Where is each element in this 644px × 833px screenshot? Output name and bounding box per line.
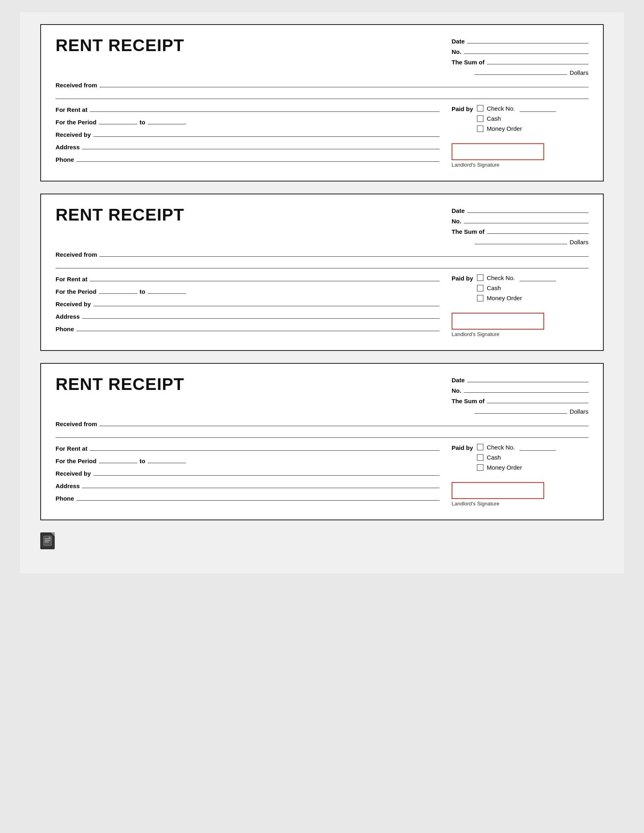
to-label-1: to bbox=[140, 119, 145, 126]
for-rent-at-row-2: For Rent at bbox=[56, 274, 440, 282]
check-no-checkbox-1[interactable] bbox=[477, 105, 483, 111]
for-the-period-label-3: For the Period bbox=[56, 458, 97, 464]
received-by-field-1[interactable] bbox=[93, 130, 440, 137]
address-row-3: Address bbox=[56, 481, 440, 489]
check-no-item-2: Check No. bbox=[477, 274, 556, 281]
received-from-row-3: Received from bbox=[56, 419, 588, 427]
dollars-field-3[interactable] bbox=[475, 406, 567, 414]
receipt-title-3: RENT RECEIPT bbox=[56, 375, 184, 394]
landlord-sig-label-1: Landlord's Signature bbox=[452, 162, 500, 168]
no-label-1: No. bbox=[452, 48, 461, 55]
money-order-checkbox-2[interactable] bbox=[477, 295, 483, 301]
right-fields-2: Paid by Check No. Cash bbox=[452, 274, 588, 337]
check-no-checkbox-2[interactable] bbox=[477, 274, 483, 281]
dollars-label-3: Dollars bbox=[570, 408, 588, 415]
phone-field-3[interactable] bbox=[76, 493, 440, 501]
cash-checkbox-2[interactable] bbox=[477, 285, 483, 291]
sum-label-2: The Sum of bbox=[452, 228, 485, 235]
money-order-checkbox-3[interactable] bbox=[477, 464, 483, 471]
signature-box-1[interactable] bbox=[452, 143, 544, 160]
date-label-1: Date bbox=[452, 38, 465, 45]
no-field-2[interactable] bbox=[464, 216, 588, 223]
left-fields-1: For Rent at For the Period to Received b… bbox=[56, 105, 440, 163]
cash-label-2: Cash bbox=[487, 285, 501, 291]
cash-checkbox-1[interactable] bbox=[477, 115, 483, 122]
date-row-1: Date bbox=[452, 36, 588, 45]
check-no-checkbox-3[interactable] bbox=[477, 444, 483, 450]
for-rent-at-label-2: For Rent at bbox=[56, 276, 87, 282]
period-to-field-3[interactable] bbox=[148, 456, 186, 463]
address-field-3[interactable] bbox=[82, 481, 440, 488]
received-from-field-3[interactable] bbox=[99, 419, 588, 426]
received-by-field-2[interactable] bbox=[93, 299, 440, 306]
sum-field-1[interactable] bbox=[487, 57, 588, 64]
paid-by-label-1: Paid by bbox=[452, 105, 473, 112]
address-row-1: Address bbox=[56, 142, 440, 151]
date-field-3[interactable] bbox=[467, 375, 588, 382]
sum-row-3: The Sum of bbox=[452, 396, 588, 404]
sum-field-2[interactable] bbox=[487, 227, 588, 234]
checkbox-list-3: Check No. Cash Money Order bbox=[477, 443, 556, 471]
address-field-1[interactable] bbox=[82, 142, 440, 149]
received-by-field-3[interactable] bbox=[93, 468, 440, 476]
no-label-2: No. bbox=[452, 218, 461, 225]
date-field-2[interactable] bbox=[467, 206, 588, 213]
period-from-field-1[interactable] bbox=[99, 117, 137, 124]
money-order-checkbox-1[interactable] bbox=[477, 126, 483, 132]
phone-row-1: Phone bbox=[56, 155, 440, 163]
for-rent-at-field-3[interactable] bbox=[90, 443, 440, 451]
paid-by-label-3: Paid by bbox=[452, 443, 473, 451]
no-row-3: No. bbox=[452, 386, 588, 394]
signature-box-3[interactable] bbox=[452, 482, 544, 499]
middle-section-1: For Rent at For the Period to Received b… bbox=[56, 105, 588, 168]
money-order-item-2: Money Order bbox=[477, 295, 556, 301]
period-to-field-1[interactable] bbox=[148, 117, 186, 124]
period-from-field-2[interactable] bbox=[99, 287, 137, 294]
for-rent-at-label-3: For Rent at bbox=[56, 445, 87, 452]
received-by-row-2: Received by bbox=[56, 299, 440, 307]
received-from-row-1: Received from bbox=[56, 80, 588, 89]
dollars-field-1[interactable] bbox=[475, 68, 567, 75]
landlord-sig-label-3: Landlord's Signature bbox=[452, 501, 500, 507]
cash-checkbox-3[interactable] bbox=[477, 454, 483, 461]
sig-container-2: Landlord's Signature bbox=[452, 307, 588, 337]
date-label-2: Date bbox=[452, 207, 465, 214]
period-to-field-2[interactable] bbox=[148, 287, 186, 294]
full-line-3 bbox=[56, 431, 588, 438]
check-no-field-3[interactable] bbox=[520, 443, 556, 451]
address-row-2: Address bbox=[56, 311, 440, 320]
phone-field-1[interactable] bbox=[76, 155, 440, 162]
period-row-2: For the Period to bbox=[56, 287, 440, 295]
sum-label-1: The Sum of bbox=[452, 59, 485, 66]
address-label-3: Address bbox=[56, 482, 80, 489]
received-from-label-2: Received from bbox=[56, 251, 97, 258]
phone-row-3: Phone bbox=[56, 493, 440, 502]
sum-field-3[interactable] bbox=[487, 396, 588, 403]
period-from-field-3[interactable] bbox=[99, 456, 137, 463]
received-from-field-2[interactable] bbox=[99, 249, 588, 257]
for-rent-at-field-1[interactable] bbox=[90, 105, 440, 112]
received-by-label-3: Received by bbox=[56, 470, 91, 477]
check-no-field-2[interactable] bbox=[520, 274, 556, 281]
sum-label-3: The Sum of bbox=[452, 398, 485, 404]
phone-field-2[interactable] bbox=[76, 324, 440, 331]
phone-row-2: Phone bbox=[56, 324, 440, 332]
middle-section-3: For Rent at For the Period to Received b… bbox=[56, 443, 588, 507]
cash-item-3: Cash bbox=[477, 454, 556, 461]
date-field-1[interactable] bbox=[467, 36, 588, 43]
checkbox-list-2: Check No. Cash Money Order bbox=[477, 274, 556, 301]
dollars-field-2[interactable] bbox=[475, 237, 567, 244]
money-order-label-1: Money Order bbox=[487, 125, 522, 132]
receipt-title-2: RENT RECEIPT bbox=[56, 206, 184, 224]
for-rent-at-field-2[interactable] bbox=[90, 274, 440, 281]
dollars-row-3: Dollars bbox=[452, 406, 588, 415]
no-field-1[interactable] bbox=[464, 47, 588, 54]
address-field-2[interactable] bbox=[82, 311, 440, 319]
left-fields-2: For Rent at For the Period to Received b… bbox=[56, 274, 440, 332]
received-by-label-2: Received by bbox=[56, 301, 91, 307]
received-from-field-1[interactable] bbox=[99, 80, 588, 87]
dollars-label-2: Dollars bbox=[570, 239, 588, 245]
no-field-3[interactable] bbox=[464, 386, 588, 393]
signature-box-2[interactable] bbox=[452, 313, 544, 330]
check-no-field-1[interactable] bbox=[520, 105, 556, 112]
